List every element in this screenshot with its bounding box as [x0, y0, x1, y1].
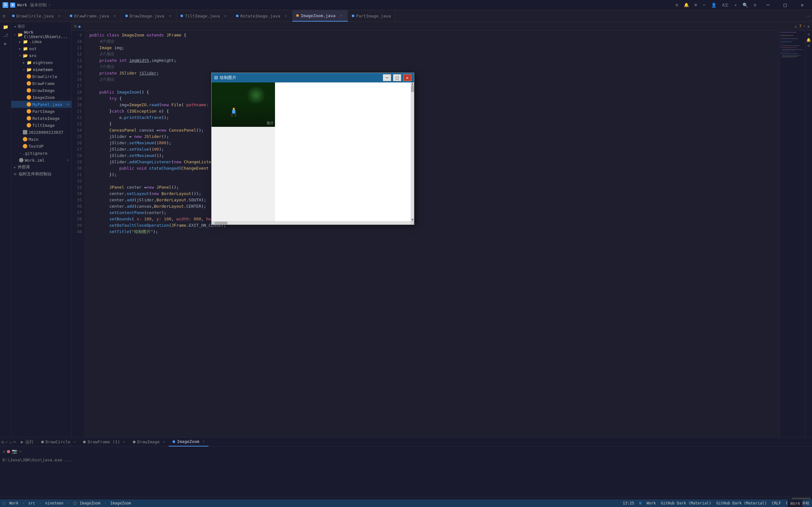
status-package[interactable]: nineteen: [45, 501, 63, 505]
tab-close-RotateImage[interactable]: ✕: [283, 13, 288, 18]
sidebar-item-DrawFrame[interactable]: DrawFrame: [11, 80, 71, 87]
tab-DrawCircle[interactable]: DrawCircle.java ✕: [8, 10, 66, 21]
sidebar-item-20220909[interactable]: 20220909223037: [11, 129, 71, 136]
status-vcs[interactable]: GitHub Dark (Material): [661, 501, 711, 505]
scroll-up-arrow[interactable]: ▲: [411, 82, 414, 86]
bottom-tab-DrawCircle[interactable]: DrawCircle ✕: [38, 437, 79, 446]
sidebar-item-temp-files[interactable]: ⊡ 临时文件和控制台: [11, 171, 71, 178]
sidebar-item-MyPanel[interactable]: MyPanel.java ✎: [11, 101, 71, 108]
sidebar-toggle[interactable]: ≡: [0, 10, 8, 21]
sidebar-item-idea[interactable]: ▶ 📁 .idea: [11, 38, 71, 45]
sidebar-item-nineteen[interactable]: ▾ 📂 nineteen: [11, 66, 71, 73]
tab-DrawFrame[interactable]: DrawFrame.java ✕: [66, 10, 121, 21]
translate-icon[interactable]: A文: [720, 2, 731, 9]
sidebar-item-DrawImage[interactable]: DrawImage: [11, 87, 71, 94]
more-options-icon[interactable]: ⋯: [19, 449, 21, 454]
global-search-icon[interactable]: 🔍: [741, 2, 750, 8]
more-tabs-button[interactable]: ⋯: [804, 14, 812, 18]
tab-dot-DrawFrame: [70, 14, 72, 17]
right-gutter-icon1[interactable]: ≡: [808, 32, 810, 37]
minimize-button[interactable]: ─: [761, 0, 775, 10]
sidebar-item-eighteen[interactable]: ▶ 📁 eighteen: [11, 59, 71, 66]
terminal-icon[interactable]: ⌨: [13, 440, 15, 445]
project-tree-icon[interactable]: 📁: [3, 24, 8, 30]
popup-maximize-button[interactable]: □: [393, 74, 401, 81]
sidebar-item-gitignore[interactable]: · .gitignore: [11, 150, 71, 157]
sidebar-item-TiltImage[interactable]: TiltImage: [11, 122, 71, 129]
sidebar-item-external-libs[interactable]: ▶ 外部库: [11, 164, 71, 171]
layout-icon[interactable]: ⊞: [693, 2, 699, 8]
run-icon[interactable]: ▶: [4, 41, 7, 46]
terminal-hscroll-thumb[interactable]: [792, 498, 811, 499]
sidebar-item-src[interactable]: ▾ 📂 src: [11, 52, 71, 59]
status-class[interactable]: ImageZoom: [79, 501, 100, 505]
screenshot-icon[interactable]: 📷: [12, 449, 17, 454]
tab-close-ImageZoom[interactable]: ✕: [339, 13, 344, 18]
popup-vertical-scrollbar[interactable]: ▲ ▼: [411, 82, 414, 221]
ai-icon[interactable]: ✦: [733, 2, 739, 8]
bottom-tab-DrawFrame[interactable]: DrawFrame (1) ✕: [79, 437, 129, 446]
status-project[interactable]: ⬡ Work: [3, 501, 18, 505]
hscroll-thumb[interactable]: [215, 222, 227, 224]
todo-icon[interactable]: ✓: [5, 440, 8, 445]
scrollbar-toggle[interactable]: ▲: [807, 24, 809, 28]
tab-ImageZoom[interactable]: ImageZoom.java ✕: [292, 10, 348, 21]
bottom-tab-ImageZoom[interactable]: ImageZoom ✕: [169, 437, 208, 446]
settings-icon[interactable]: ⚙: [752, 2, 758, 8]
ImageZoom-tab-close[interactable]: ✕: [202, 440, 205, 444]
run-button[interactable]: ▶: [79, 24, 81, 29]
project-header[interactable]: ▾ 项目: [11, 22, 71, 31]
notification-icon[interactable]: 🔔: [682, 2, 691, 8]
sidebar-item-TestUP[interactable]: TestUP: [11, 143, 71, 150]
tab-close-DrawFrame[interactable]: ✕: [112, 13, 117, 18]
right-gutter-icon2[interactable]: 🔔: [806, 38, 811, 42]
bottom-tab-run[interactable]: ▶ 运行: [17, 437, 38, 446]
right-gutter-icon3[interactable]: ⚙: [808, 44, 810, 48]
close-button[interactable]: ✕: [795, 0, 809, 10]
warning-chevron[interactable]: ▾: [803, 24, 806, 28]
scroll-down-arrow[interactable]: ▼: [411, 218, 414, 221]
DrawCircle-tab-close[interactable]: ✕: [73, 440, 76, 444]
tab-TiltImage[interactable]: TiltImage.java ✕: [177, 10, 232, 21]
sidebar-item-ImageZoom[interactable]: ImageZoom: [11, 94, 71, 101]
hscroll-right-arrow[interactable]: ▶: [411, 222, 414, 224]
search-everywhere-icon[interactable]: ⚙: [674, 2, 680, 8]
hscroll-left-arrow[interactable]: ◀: [212, 222, 215, 224]
sidebar-item-DrawCircle[interactable]: DrawCircle: [11, 73, 71, 80]
sidebar-item-Main[interactable]: Main: [11, 136, 71, 143]
code-editor[interactable]: public class ImageZoom extends JFrame { …: [85, 31, 812, 437]
status-src[interactable]: src: [28, 501, 35, 505]
tab-close-TiltImage[interactable]: ✕: [223, 13, 228, 18]
sidebar-item-RotateImage[interactable]: RotateImage: [11, 115, 71, 122]
code-container[interactable]: 9101112131415161718192021222324252627282…: [72, 31, 812, 437]
tab-close-DrawCircle[interactable]: ✕: [57, 13, 62, 18]
tab-PartImage[interactable]: PartImage.java: [348, 10, 395, 21]
commit-icon[interactable]: ⎇: [3, 33, 8, 38]
maximize-button[interactable]: □: [778, 0, 792, 10]
DrawFrame-tab-close[interactable]: ✕: [123, 440, 125, 444]
user-icon[interactable]: 👤: [709, 2, 718, 8]
services-icon[interactable]: ⚙: [1, 440, 4, 445]
bottom-tab-DrawImage[interactable]: DrawImage ✕: [129, 437, 169, 446]
sidebar-item-PartImage[interactable]: PartImage: [11, 108, 71, 115]
more-icon[interactable]: ⋯: [701, 2, 707, 8]
popup-close-button[interactable]: ✕: [403, 74, 412, 81]
vcs-label[interactable]: 版本控制: [30, 2, 47, 8]
sidebar-item-work[interactable]: ▾ 📂 Work C:\Users\Shion\c...: [11, 31, 71, 38]
popup-horizontal-scrollbar[interactable]: ◀ ▶: [212, 221, 414, 224]
tab-close-DrawImage[interactable]: ✕: [167, 13, 172, 18]
sidebar-item-Work-iml[interactable]: Work.iml ✎: [11, 157, 71, 164]
status-line-sep[interactable]: CRLF: [772, 501, 781, 505]
status-method[interactable]: ImageZoom: [110, 501, 131, 505]
popup-minimize-button[interactable]: ─: [383, 74, 391, 81]
sidebar-item-out[interactable]: ▶ 📁 out: [11, 45, 71, 52]
status-project-name[interactable]: Work: [647, 501, 656, 505]
tab-DrawImage[interactable]: DrawImage.java ✕: [121, 10, 177, 21]
DrawImage-tab-close[interactable]: ✕: [163, 440, 165, 444]
restart-icon[interactable]: ↺: [3, 449, 5, 454]
stop-icon[interactable]: ■: [7, 449, 9, 454]
toolbar-icon1[interactable]: ⊞: [74, 24, 77, 29]
tab-RotateImage[interactable]: RotateImage.java ✕: [232, 10, 292, 21]
problems-icon[interactable]: ⚠: [9, 440, 12, 445]
scroll-thumb[interactable]: [411, 86, 414, 92]
